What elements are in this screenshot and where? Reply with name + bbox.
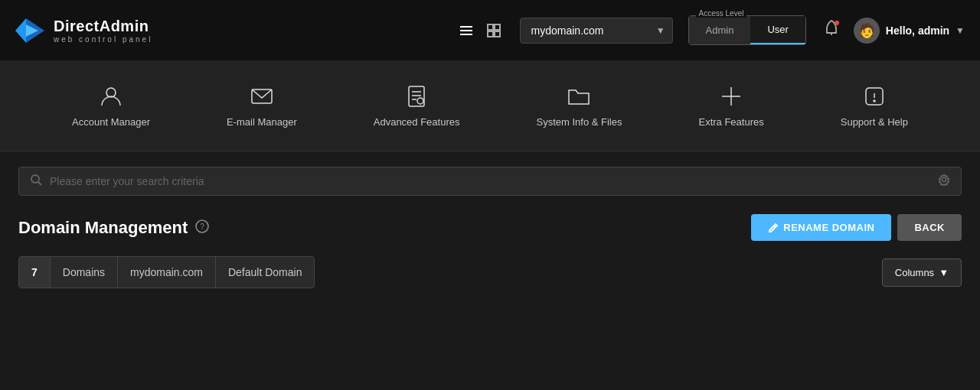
view-toggles xyxy=(456,20,505,41)
search-input[interactable] xyxy=(50,175,930,187)
default-domain-label: Default Domain xyxy=(216,257,315,288)
sidebar-item-extra-features[interactable]: Extra Features xyxy=(660,76,802,135)
columns-chevron-icon: ▼ xyxy=(939,267,949,278)
svg-point-19 xyxy=(417,98,423,104)
extra-features-label: Extra Features xyxy=(698,116,763,128)
svg-rect-7 xyxy=(495,24,500,30)
nav-bar: Account Manager E-mail Manager Advanced … xyxy=(0,61,980,151)
logo: DirectAdmin web control panel xyxy=(15,15,152,46)
domains-label: Domains xyxy=(51,257,118,288)
domain-management-section: Domain Management ? RENAME DOMAIN BACK 7 xyxy=(0,196,980,288)
alert-circle-icon xyxy=(862,84,887,109)
rename-domain-button[interactable]: RENAME DOMAIN xyxy=(751,214,891,241)
domain-selector[interactable]: mydomain.com ▼ xyxy=(520,18,673,44)
plus-icon xyxy=(719,84,743,109)
logo-text: DirectAdmin web control panel xyxy=(54,18,152,44)
access-level-control: Access Level Admin User xyxy=(688,15,806,45)
avatar: 🧑 xyxy=(854,18,880,44)
default-domain-name: mydomain.com xyxy=(118,257,216,288)
domain-title-wrap: Domain Management ? xyxy=(18,218,209,238)
svg-point-25 xyxy=(874,100,875,102)
file-settings-icon xyxy=(404,84,429,109)
sidebar-item-system-info[interactable]: System Info & Files xyxy=(498,76,660,135)
email-manager-label: E-mail Manager xyxy=(227,116,297,128)
svg-point-28 xyxy=(942,178,946,182)
sidebar-item-account-manager[interactable]: Account Manager xyxy=(34,76,188,135)
search-settings-icon[interactable] xyxy=(938,174,950,189)
sidebar-item-support-help[interactable]: Support & Help xyxy=(802,76,946,135)
svg-rect-9 xyxy=(495,31,500,37)
username: admin xyxy=(918,24,949,37)
svg-point-12 xyxy=(835,21,839,25)
search-bar xyxy=(18,167,962,196)
access-level-label: Access Level xyxy=(696,9,747,18)
svg-line-31 xyxy=(774,226,776,227)
sidebar-item-email-manager[interactable]: E-mail Manager xyxy=(188,76,335,135)
svg-rect-6 xyxy=(488,24,493,30)
user-chevron-icon: ▼ xyxy=(956,25,965,36)
columns-button[interactable]: Columns ▼ xyxy=(882,258,962,287)
svg-point-13 xyxy=(106,88,116,97)
domain-info-card: 7 Domains mydomain.com Default Domain xyxy=(18,256,315,288)
hello-label: Hello, xyxy=(886,24,915,37)
app-title: DirectAdmin xyxy=(54,18,152,35)
svg-marker-0 xyxy=(15,18,26,43)
list-view-button[interactable] xyxy=(456,20,477,41)
page-title: Domain Management xyxy=(18,218,188,238)
folder-icon xyxy=(567,84,591,109)
help-icon[interactable]: ? xyxy=(195,219,209,236)
user-access-button[interactable]: User xyxy=(750,16,805,44)
svg-text:?: ? xyxy=(200,223,204,231)
domain-info-row: 7 Domains mydomain.com Default Domain Co… xyxy=(18,256,962,288)
notifications-button[interactable] xyxy=(822,18,841,43)
svg-rect-8 xyxy=(488,31,493,37)
advanced-features-label: Advanced Features xyxy=(374,116,460,128)
domain-count: 7 xyxy=(19,257,51,288)
logo-icon xyxy=(15,15,46,46)
grid-view-button[interactable] xyxy=(483,20,505,41)
user-greeting: Hello, admin xyxy=(886,24,949,37)
search-section xyxy=(0,151,980,196)
user-menu[interactable]: 🧑 Hello, admin ▼ xyxy=(854,18,965,44)
svg-point-26 xyxy=(31,175,39,183)
domain-dropdown[interactable]: mydomain.com xyxy=(520,18,673,44)
sidebar-item-advanced-features[interactable]: Advanced Features xyxy=(335,76,498,135)
svg-line-27 xyxy=(38,182,41,185)
app-subtitle: web control panel xyxy=(54,35,152,44)
domain-header: Domain Management ? RENAME DOMAIN BACK xyxy=(18,214,962,241)
columns-label: Columns xyxy=(895,267,934,278)
user-icon xyxy=(99,84,123,109)
access-buttons: Admin User xyxy=(688,15,806,45)
system-info-label: System Info & Files xyxy=(536,116,622,128)
header: DirectAdmin web control panel mydomain.c… xyxy=(0,0,980,61)
mail-icon xyxy=(250,84,274,109)
admin-access-button[interactable]: Admin xyxy=(689,16,751,44)
account-manager-label: Account Manager xyxy=(72,116,150,128)
domain-actions: RENAME DOMAIN BACK xyxy=(751,214,962,241)
search-icon xyxy=(30,174,42,189)
rename-button-label: RENAME DOMAIN xyxy=(783,222,874,233)
support-help-label: Support & Help xyxy=(841,116,908,128)
back-button[interactable]: BACK xyxy=(897,214,962,241)
